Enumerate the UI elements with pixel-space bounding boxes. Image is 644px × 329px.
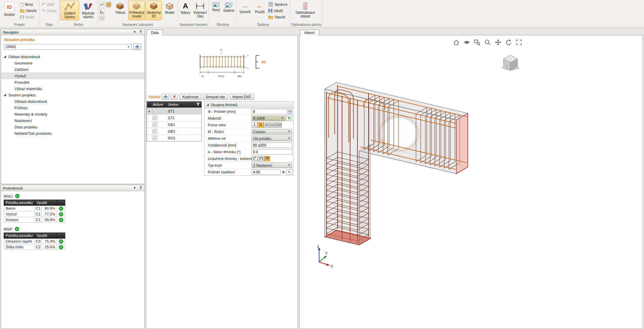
otevrit-sablonu-button[interactable]: Otevřít [267, 14, 289, 20]
display-option-1-button[interactable] [99, 2, 105, 7]
home-view-button[interactable] [453, 39, 460, 46]
zoom-window-button[interactable] [473, 39, 481, 46]
check-row-beton[interactable]: BetonC180.9%✓ [4, 206, 65, 211]
tree-item-vyztuz[interactable]: Výztuž [1, 73, 144, 79]
tree-item-posudek[interactable]: Posudek [1, 79, 144, 85]
delete-all-button[interactable]: Smazat vše [203, 94, 228, 100]
tree-item-souhrn-projektu[interactable]: Souhrn projektu [1, 92, 144, 98]
expander-icon[interactable] [4, 94, 6, 96]
chevron-down-icon[interactable]: ▼ [133, 31, 136, 34]
novy-projekt-button[interactable]: Nový [18, 1, 38, 7]
chevron-down-icon[interactable]: ▼ [133, 187, 136, 190]
zpet-button[interactable]: ↶ Zpět [40, 1, 58, 7]
slope-input[interactable] [252, 149, 292, 155]
cover-type-dropdown[interactable]: Z Nastavení▼ [252, 163, 292, 168]
check-row-omezeni-napeti[interactable]: Omezení napětíC375.3%✓ [4, 239, 65, 244]
optimalizace-oblasti-button[interactable]: Optimalizace oblasti [291, 1, 319, 20]
check-row-vyztuz[interactable]: VýztužC177.2%✓ [4, 211, 65, 217]
spravce-sablon-button[interactable]: Správce [267, 1, 289, 7]
active-checkbox[interactable]: ✓ [153, 129, 157, 133]
zoom-button[interactable] [484, 39, 491, 46]
soubor-button[interactable]: ID Soubor [1, 1, 18, 20]
legs-2-button[interactable] [258, 122, 264, 128]
tree-item-nastaveni[interactable]: Nastavení [1, 117, 144, 124]
legs-3-button[interactable] [264, 122, 270, 128]
spin-up-icon[interactable]: ▲ [288, 109, 292, 112]
kotovaci-cary-button[interactable]: Kótovací čáry [192, 1, 208, 20]
otevrit-projekt-button[interactable]: Otevřít [18, 8, 38, 14]
table-row-gb1[interactable]: ✓GB1 [147, 121, 201, 128]
pin-icon[interactable] [139, 30, 142, 34]
expander-icon[interactable] [4, 55, 6, 58]
main-3d-viewport[interactable]: Z Y X [299, 35, 643, 329]
tab-data[interactable]: Data [147, 30, 163, 35]
telesa-button[interactable]: Tělesa [113, 1, 127, 20]
add-item-button[interactable]: ✛ [133, 43, 141, 50]
table-row-st2[interactable]: ✓ST2 [147, 114, 201, 121]
pin-icon[interactable] [139, 186, 142, 190]
active-checkbox[interactable]: ✓ [153, 122, 157, 127]
diameter-spinner[interactable]: ▲▼ [288, 109, 292, 114]
anchor-open-button[interactable] [252, 156, 258, 161]
mandrel-input[interactable] [252, 169, 280, 175]
tree-item-prurezy[interactable]: Průřezy [1, 105, 144, 111]
fullscreen-button[interactable] [515, 39, 523, 46]
tree-item-vykaz-materialu[interactable]: Výkaz materiálu [1, 85, 144, 92]
tree-item-oblasti-diskontinuit[interactable]: Oblasti diskontinuit [1, 98, 144, 105]
check-row-sirka-trhlin[interactable]: Šířka trhlinC225.6%✓ [4, 244, 65, 250]
nastroje-navrhu-button[interactable]: Nástroje návrhu [80, 1, 97, 20]
add-reinforcement-button[interactable]: ✛ [162, 94, 169, 100]
pan-button[interactable] [494, 39, 502, 46]
legs-4-button[interactable] [270, 122, 276, 128]
table-row-gb2[interactable]: ✓GB2 [147, 128, 201, 134]
material-dropdown[interactable]: B 500B▼ [252, 116, 286, 121]
tree-item-zatizeni[interactable]: Zatížení [1, 66, 144, 73]
current-item-dropdown[interactable]: DRM1 ▼ [4, 44, 131, 50]
pouzit-sablonu-button[interactable]: ← Použít [253, 1, 266, 20]
edit-mandrel-button[interactable]: ✎ [286, 169, 292, 175]
property-group-header[interactable]: Skupina třmínků [204, 101, 293, 108]
znovu-button[interactable]: ↷ Znovu [40, 8, 58, 14]
zadani-upravy-button[interactable]: Zadání/Úpravy [60, 1, 79, 20]
import-dxf-button[interactable]: Import DXF [229, 94, 254, 100]
active-checkbox[interactable]: ✓ [153, 109, 157, 113]
nazvy-button[interactable]: A Názvy [179, 1, 192, 20]
legs-5-button[interactable] [276, 122, 282, 128]
tree-item-oblast-diskontinuit[interactable]: Oblast diskontinuit [1, 53, 144, 60]
copy-button[interactable]: Kopírovat [179, 94, 201, 100]
model-button[interactable]: Model [162, 1, 177, 20]
wire-cube-button[interactable] [99, 15, 105, 21]
structure-3d-model[interactable] [300, 35, 643, 328]
novy-obrazek-button[interactable]: Nový [210, 1, 222, 20]
active-checkbox[interactable]: ✓ [153, 116, 157, 120]
material-refresh-button[interactable]: ↻ [286, 116, 292, 121]
anchor-hook-button[interactable] [264, 156, 270, 161]
orientation-cube[interactable] [499, 51, 522, 74]
galerie-button[interactable]: Galerie [222, 1, 235, 20]
tree-item-nahled-tisk[interactable]: Náhled/Tisk protokolu [1, 130, 144, 136]
ulozit-projekt-button[interactable]: Uložit [18, 14, 38, 20]
display-option-3-button[interactable] [99, 8, 105, 14]
distances-input[interactable] [252, 142, 292, 148]
display-option-2-button[interactable] [106, 2, 111, 7]
filter-icon[interactable] [196, 102, 200, 106]
master-dropdown[interactable]: Column▼ [252, 129, 292, 134]
legs-1-button[interactable] [252, 122, 258, 128]
view-mode-button[interactable] [463, 39, 470, 46]
tree-item-geometrie[interactable]: Geometrie [1, 60, 144, 66]
delete-reinforcement-button[interactable]: ✕ [171, 94, 178, 100]
measured-from-dropdown[interactable]: Od počátku▼ [252, 136, 292, 141]
vytvorit-sablonu-button[interactable]: → Vytvořit [237, 1, 252, 20]
spin-down-icon[interactable]: ▼ [288, 112, 292, 114]
table-row-st1[interactable]: ▸✓ST1 [147, 108, 201, 114]
check-row-kotveni[interactable]: KotveníC199.8%✓ [4, 217, 65, 223]
rotate-button[interactable] [505, 39, 512, 46]
table-row-ro1[interactable]: ✓RO1 [147, 134, 201, 141]
active-checkbox[interactable]: ✓ [153, 136, 157, 140]
ulozit-sablonu-button[interactable]: Uložit [267, 8, 289, 14]
tree-item-materialy-modely[interactable]: Materiály & modely [1, 111, 144, 117]
skutecny-3d-button[interactable]: Skutečný 3D [146, 1, 162, 20]
anchor-closed-button[interactable] [258, 156, 264, 161]
tree-item-data-projektu[interactable]: Data projektu [1, 124, 144, 130]
diameter-input[interactable] [252, 109, 287, 114]
